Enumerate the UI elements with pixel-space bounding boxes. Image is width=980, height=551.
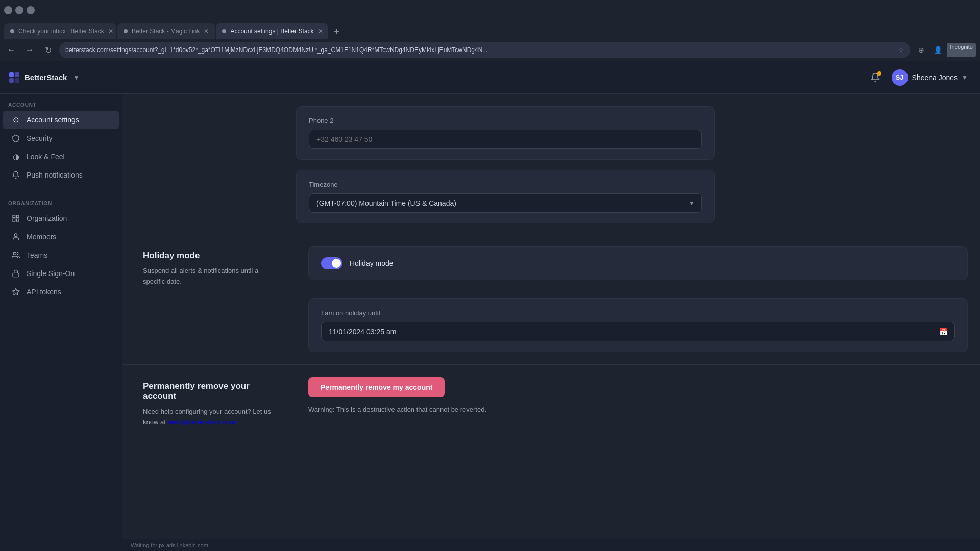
sidebar-item-push-notifications[interactable]: Push notifications	[3, 166, 119, 184]
logo-text: BetterStack	[24, 73, 67, 82]
sidebar-item-look-feel[interactable]: ◑ Look & Feel	[3, 147, 119, 166]
timezone-card: Timezone (GMT-07:00) Mountain Time (US &…	[296, 170, 715, 223]
timezone-select[interactable]: (GMT-07:00) Mountain Time (US & Canada)	[309, 193, 702, 213]
logo[interactable]: BetterStack ▼	[8, 71, 79, 84]
svg-rect-0	[9, 72, 14, 77]
tab-close-icon[interactable]: ✕	[108, 28, 113, 35]
profile-button[interactable]: 👤	[930, 43, 945, 57]
sidebar-item-label: API tokens	[27, 288, 61, 296]
phone2-label: Phone 2	[309, 117, 702, 124]
address-bar[interactable]: betterstack.com/settings/account?_gl=1*d…	[59, 42, 910, 58]
svg-point-8	[14, 234, 17, 236]
sidebar-item-single-sign-on[interactable]: Single Sign-On	[3, 264, 119, 283]
holiday-mode-toggle[interactable]	[321, 257, 342, 269]
sso-icon	[11, 269, 20, 278]
svg-rect-3	[15, 78, 19, 83]
remove-desc-period: .	[237, 418, 239, 426]
sidebar-item-account-settings[interactable]: ⊙ Account settings	[3, 111, 119, 129]
sidebar-chevron-icon[interactable]: ▼	[73, 74, 79, 81]
holiday-section-left: Holiday mode Suspend all alerts & notifi…	[122, 234, 296, 364]
minimize-button[interactable]	[15, 6, 23, 14]
top-header: SJ Sheena Jones ▼	[122, 61, 980, 94]
sidebar: BetterStack ▼ ACCOUNT ⊙ Account settings…	[0, 61, 122, 551]
teams-icon	[11, 251, 20, 260]
forward-button[interactable]: →	[22, 43, 37, 57]
security-icon	[11, 134, 20, 143]
svg-marker-11	[12, 288, 19, 295]
account-settings-icon: ⊙	[11, 115, 20, 124]
toggle-knob	[332, 259, 341, 268]
close-button[interactable]	[4, 6, 12, 14]
sidebar-item-label: Organization	[27, 214, 67, 222]
sidebar-item-teams[interactable]: Teams	[3, 246, 119, 264]
tab-close-icon[interactable]: ✕	[204, 28, 209, 35]
tab-magic-link[interactable]: Better Stack - Magic Link ✕	[117, 23, 215, 39]
timezone-label: Timezone	[309, 181, 702, 188]
sidebar-item-organization[interactable]: Organization	[3, 209, 119, 228]
tab-favicon	[10, 29, 14, 33]
status-bar: Waiting for px.ads.linkedin.com...	[122, 539, 980, 551]
sidebar-item-api-tokens[interactable]: API tokens	[3, 283, 119, 301]
incognito-badge: Incognito	[947, 43, 976, 57]
extensions-button[interactable]: ⊕	[914, 43, 928, 57]
notification-dot	[877, 71, 881, 76]
sidebar-item-label: Members	[27, 233, 56, 241]
holiday-date-input[interactable]	[321, 322, 955, 341]
address-text: betterstack.com/settings/account?_gl=1*d…	[65, 46, 487, 54]
tab-check-inbox[interactable]: Check your inbox | Better Stack ✕	[4, 23, 116, 39]
tab-favicon	[222, 29, 226, 33]
address-bar-row: ← → ↻ betterstack.com/settings/account?_…	[0, 39, 980, 61]
svg-rect-6	[13, 219, 15, 221]
avatar: SJ	[892, 69, 908, 86]
remove-title: Permanently remove your account	[143, 381, 276, 402]
reload-button[interactable]: ↻	[41, 43, 55, 57]
holiday-until-card: I am on holiday until 📅	[308, 298, 968, 352]
holiday-until-label: I am on holiday until	[321, 309, 955, 317]
look-feel-icon: ◑	[11, 152, 20, 161]
remove-warning: Warning: This is a destructive action th…	[308, 406, 968, 413]
new-tab-button[interactable]: +	[329, 24, 344, 39]
svg-rect-10	[13, 273, 19, 277]
sidebar-header: BetterStack ▼	[0, 61, 122, 94]
sidebar-item-label: Look & Feel	[27, 153, 65, 161]
holiday-toggle-card: Holiday mode	[308, 246, 968, 280]
remove-section-left: Permanently remove your account Need hel…	[122, 365, 296, 444]
account-section-label: ACCOUNT	[0, 94, 122, 111]
back-button[interactable]: ←	[4, 43, 18, 57]
status-text: Waiting for px.ads.linkedin.com...	[131, 542, 213, 548]
notifications-button[interactable]	[867, 69, 884, 86]
org-section-label: ORGANIZATION	[0, 192, 122, 209]
timezone-select-wrapper: (GMT-07:00) Mountain Time (US & Canada) …	[309, 193, 702, 213]
svg-rect-7	[16, 219, 19, 221]
remove-email-link[interactable]: hello@betterstack.com	[167, 418, 235, 426]
maximize-button[interactable]	[27, 6, 35, 14]
remove-desc: Need help configuring your account? Let …	[143, 407, 276, 428]
content-area[interactable]: Phone 2 Timezone (GMT-07:00) Mountain Ti…	[122, 94, 980, 539]
remove-account-button[interactable]: Permanently remove my account	[308, 377, 445, 397]
tab-label: Check your inbox | Better Stack	[18, 28, 104, 35]
user-menu[interactable]: SJ Sheena Jones ▼	[892, 69, 968, 86]
tab-close-icon[interactable]: ✕	[318, 28, 323, 35]
holiday-desc: Suspend all alerts & notifications until…	[143, 266, 276, 287]
sidebar-item-members[interactable]: Members	[3, 228, 119, 246]
date-input-wrapper: 📅	[321, 322, 955, 341]
api-tokens-icon	[11, 287, 20, 296]
sidebar-item-label: Security	[27, 134, 53, 142]
address-icons: ☆	[898, 46, 904, 54]
tab-favicon	[124, 29, 128, 33]
organization-icon	[11, 214, 20, 223]
logo-icon	[8, 71, 20, 84]
remove-section-right: Permanently remove my account Warning: T…	[296, 365, 980, 444]
svg-rect-5	[16, 215, 19, 218]
holiday-section-right: Holiday mode I am on holiday until 📅	[296, 234, 980, 364]
sidebar-item-security[interactable]: Security	[3, 129, 119, 147]
tab-account-settings[interactable]: Account settings | Better Stack ✕	[216, 23, 328, 39]
tab-label: Account settings | Better Stack	[230, 28, 313, 35]
bookmark-icon[interactable]: ☆	[898, 46, 904, 54]
svg-rect-2	[9, 78, 14, 83]
sidebar-item-label: Push notifications	[27, 171, 83, 179]
phone2-input[interactable]	[309, 130, 702, 149]
remove-account-section: Permanently remove your account Need hel…	[122, 364, 980, 444]
toggle-label: Holiday mode	[350, 259, 394, 267]
browser-actions: ⊕ 👤 Incognito	[914, 43, 976, 57]
